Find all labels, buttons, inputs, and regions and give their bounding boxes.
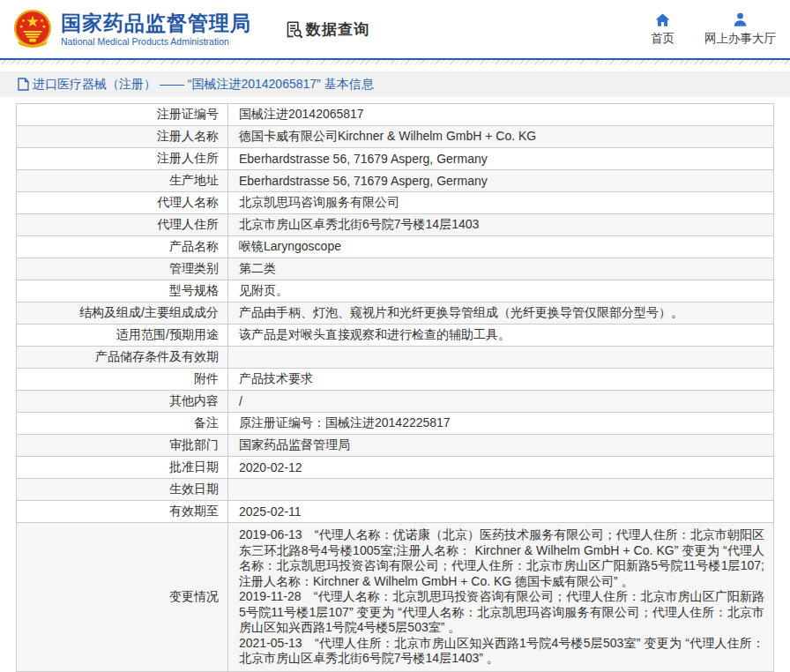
field-label: 管理类别 bbox=[17, 258, 228, 280]
field-value bbox=[228, 347, 774, 369]
table-row: 结构及组成/主要组成成分 产品由手柄、灯泡、窥视片和光纤更换导管组成（光纤更换导… bbox=[17, 302, 774, 325]
field-label: 附件 bbox=[17, 369, 228, 391]
nav-home[interactable]: 首页 bbox=[651, 11, 674, 47]
breadcrumb-bar: 进口医疗器械（注册） —— “国械注进20142065817” 基本信息 bbox=[0, 71, 790, 97]
nmpa-logo[interactable]: 国家药品监督管理局 National Medical Products Admi… bbox=[12, 9, 251, 49]
data-query-nav[interactable]: 数据查询 bbox=[285, 19, 369, 40]
field-label: 结构及组成/主要组成成分 bbox=[17, 302, 228, 325]
field-value: 德国卡威有限公司Kirchner & Wilhelm GmbH + Co. KG bbox=[228, 126, 774, 148]
field-value: 国家药品监督管理局 bbox=[228, 435, 774, 457]
table-row: 有效期至 2025-02-11 bbox=[17, 501, 774, 523]
field-value: 产品由手柄、灯泡、窥视片和光纤更换导管组成（光纤更换导管仅限部分型号）。 bbox=[228, 302, 774, 325]
field-value: 第二类 bbox=[228, 258, 774, 280]
table-row: 批准日期 2020-02-12 bbox=[17, 457, 774, 479]
table-row: 管理类别 第二类 bbox=[17, 258, 774, 280]
site-header: 国家药品监督管理局 National Medical Products Admi… bbox=[0, 0, 790, 58]
logo-title-block: 国家药品监督管理局 National Medical Products Admi… bbox=[61, 11, 251, 47]
table-row: 其他内容 / bbox=[17, 391, 774, 413]
field-label: 有效期至 bbox=[17, 501, 228, 523]
table-row: 代理人名称 北京凯思玛咨询服务有限公司 bbox=[17, 192, 774, 214]
field-label: 注册人名称 bbox=[17, 126, 228, 148]
field-value bbox=[228, 479, 774, 501]
field-value-change-history: 2019-06-13 “代理人名称：优诺康（北京）医药技术服务有限公司；代理人住… bbox=[228, 523, 774, 672]
table-row: 附件 产品技术要求 bbox=[17, 369, 774, 391]
field-value: 喉镜Laryngoscope bbox=[228, 236, 774, 258]
field-value: 2020-02-12 bbox=[228, 457, 774, 479]
user-icon bbox=[732, 11, 749, 28]
field-value: 北京市房山区卓秀北街6号院7号楼14层1403 bbox=[228, 214, 774, 236]
table-row: 生效日期 bbox=[17, 479, 774, 501]
table-row: 审批部门 国家药品监督管理局 bbox=[17, 435, 774, 457]
document-icon bbox=[18, 78, 29, 91]
header-hatch-divider bbox=[0, 60, 790, 64]
field-label: 注册证编号 bbox=[17, 104, 228, 126]
change-entry: 2019-11-28 “代理人名称：北京凯思玛投资咨询有限公司；代理人住所：北京… bbox=[239, 589, 764, 636]
field-value: 见附页。 bbox=[228, 280, 774, 302]
table-row: 型号规格 见附页。 bbox=[17, 280, 774, 302]
field-label: 代理人名称 bbox=[17, 192, 228, 214]
change-entry: 2021-05-13 “代理人住所：北京市房山区知兴西路1号院4号楼5层503室… bbox=[239, 636, 764, 667]
field-label: 备注 bbox=[17, 413, 228, 435]
field-value: 原注册证编号：国械注进20142225817 bbox=[228, 413, 774, 435]
breadcrumb: 进口医疗器械（注册） —— “国械注进20142065817” 基本信息 bbox=[33, 77, 374, 93]
data-query-label: 数据查询 bbox=[306, 19, 369, 40]
site-subtitle: National Medical Products Administration bbox=[61, 36, 251, 47]
table-row: 产品储存条件及有效期 bbox=[17, 347, 774, 369]
home-icon bbox=[654, 11, 671, 28]
site-title: 国家药品监督管理局 bbox=[61, 11, 251, 34]
field-label: 生产地址 bbox=[17, 170, 228, 192]
table-row: 注册人名称 德国卡威有限公司Kirchner & Wilhelm GmbH + … bbox=[17, 126, 774, 148]
field-value: 2025-02-11 bbox=[228, 501, 774, 523]
field-label: 产品储存条件及有效期 bbox=[17, 347, 228, 369]
field-label: 审批部门 bbox=[17, 435, 228, 457]
table-row: 适用范围/预期用途 该产品是对喉头直接观察和进行检查的辅助工具。 bbox=[17, 325, 774, 347]
table-row: 备注 原注册证编号：国械注进20142225817 bbox=[17, 413, 774, 435]
national-emblem-icon bbox=[12, 9, 53, 49]
field-label: 产品名称 bbox=[17, 236, 228, 258]
field-label: 批准日期 bbox=[17, 457, 228, 479]
field-value: 该产品是对喉头直接观察和进行检查的辅助工具。 bbox=[228, 325, 774, 347]
field-label: 其他内容 bbox=[17, 391, 228, 413]
document-search-icon bbox=[285, 20, 303, 39]
change-entry: 2019-06-13 “代理人名称：优诺康（北京）医药技术服务有限公司；代理人住… bbox=[239, 527, 764, 589]
table-row: 产品名称 喉镜Laryngoscope bbox=[17, 236, 774, 258]
table-row: 注册证编号 国械注进20142065817 bbox=[17, 104, 774, 126]
field-label: 适用范围/预期用途 bbox=[17, 325, 228, 347]
field-label: 型号规格 bbox=[17, 280, 228, 302]
field-value: 北京凯思玛咨询服务有限公司 bbox=[228, 192, 774, 214]
field-value: Eberhardstrasse 56, 71679 Asperg, German… bbox=[228, 170, 774, 192]
nav-home-label: 首页 bbox=[651, 31, 674, 47]
top-nav: 首页 网上办事大厅 bbox=[651, 11, 776, 47]
table-row: 生产地址 Eberhardstrasse 56, 71679 Asperg, G… bbox=[17, 170, 774, 192]
field-value: Eberhardstrasse 56, 71679 Asperg, German… bbox=[228, 148, 774, 170]
nav-service-hall[interactable]: 网上办事大厅 bbox=[704, 11, 776, 47]
field-value: 国械注进20142065817 bbox=[228, 104, 774, 126]
table-row-change-history: 变更情况 2019-06-13 “代理人名称：优诺康（北京）医药技术服务有限公司… bbox=[17, 523, 774, 672]
table-row: 代理人住所 北京市房山区卓秀北街6号院7号楼14层1403 bbox=[17, 214, 774, 236]
field-value: 产品技术要求 bbox=[228, 369, 774, 391]
field-label: 变更情况 bbox=[17, 523, 228, 672]
field-value: / bbox=[228, 391, 774, 413]
nav-hall-label: 网上办事大厅 bbox=[704, 31, 776, 47]
field-label: 生效日期 bbox=[17, 479, 228, 501]
field-label: 代理人住所 bbox=[17, 214, 228, 236]
registration-info-table: 注册证编号 国械注进20142065817 注册人名称 德国卡威有限公司Kirc… bbox=[16, 103, 774, 672]
field-label: 注册人住所 bbox=[17, 148, 228, 170]
table-row: 注册人住所 Eberhardstrasse 56, 71679 Asperg, … bbox=[17, 148, 774, 170]
